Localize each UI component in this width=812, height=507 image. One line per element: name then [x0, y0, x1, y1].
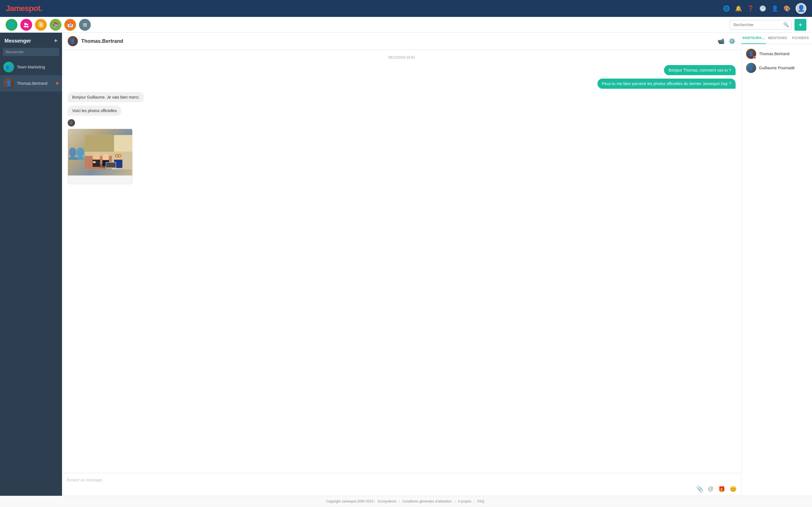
thomas-bertrand-avatar-sidebar: 👤 — [3, 78, 14, 89]
chat-header-actions: 📹 ⚙️ — [718, 38, 735, 45]
gift-icon[interactable]: 🎁 — [718, 486, 725, 492]
svg-rect-16 — [93, 160, 100, 167]
right-panel-content: 👤 Thomas.Bertrand 👤 Guillaume Poumadé — [742, 44, 812, 77]
toolbar-apps-icon[interactable]: ⊞ — [79, 19, 91, 31]
emoji-icon[interactable]: 😊 — [730, 486, 737, 492]
sidebar-item-name-thomas-bertrand: Thomas.Bertrand — [17, 81, 53, 86]
team-marketing-avatar: 👥 — [3, 62, 14, 72]
participant-avatar-thomas: 👤 — [746, 49, 756, 59]
participant-name-guillaume: Guillaume Poumadé — [759, 66, 795, 70]
search-input[interactable] — [730, 20, 792, 30]
message-timestamp: 05/12/2018 10:53 — [68, 55, 735, 59]
user-icon[interactable]: 👤 — [771, 5, 778, 12]
toolbar-calendar-icon[interactable]: 📅 — [64, 19, 76, 31]
message-photo: 👤 — [68, 119, 735, 184]
right-panel: PARTICIPA... MENTIONS FICHIERS 👤 Thomas.… — [742, 33, 812, 496]
photo-sender-row: 👤 — [68, 119, 75, 126]
participant-name-thomas: Thomas.Bertrand — [759, 52, 790, 56]
chat-header: 👤 Thomas.Bertrand 📹 ⚙️ — [62, 33, 741, 50]
sidebar-item-team-marketing[interactable]: 👥 Team Marketing — [0, 59, 62, 75]
logo-dot: . — [40, 4, 42, 13]
settings-icon[interactable]: ⚙️ — [728, 38, 735, 45]
user-avatar[interactable]: 👤 — [796, 3, 806, 14]
main-layout: Messenger + 👥 Team Marketing 👤 Thomas.Be… — [0, 33, 812, 496]
add-button[interactable]: + — [795, 19, 806, 31]
toolbar-library-icon[interactable]: 📚 — [50, 19, 61, 31]
bell-icon[interactable]: 🔔 — [735, 5, 742, 12]
svg-rect-25 — [106, 163, 116, 168]
chat-tools: 📎 @ 🎁 😊 — [66, 486, 737, 492]
palette-icon[interactable]: 🎨 — [783, 5, 791, 12]
sidebar-search-input[interactable] — [3, 48, 59, 56]
toolbar: 🌐 📚 📅 ⊞ 🔍 + — [0, 17, 812, 33]
footer-link-ecosystem[interactable]: Ecosystème — [378, 499, 396, 503]
footer-link-about[interactable]: A propos — [458, 499, 471, 503]
unread-indicator — [56, 82, 59, 85]
video-call-icon[interactable]: 📹 — [718, 38, 725, 45]
message-bubble-4: Voici les photos officielles — [68, 106, 121, 116]
globe-icon[interactable]: 🌐 — [723, 5, 730, 12]
search-box: 🔍 — [730, 20, 792, 30]
message-bubble-1: Bonjour Thomas, comment vas-tu ? — [664, 65, 735, 75]
clock-icon[interactable]: 🕐 — [759, 5, 766, 12]
photo-caption — [68, 175, 132, 184]
photo-message-container[interactable] — [68, 129, 133, 184]
footer-link-faq[interactable]: FAQ — [477, 499, 484, 503]
svg-point-3 — [27, 26, 29, 27]
chat-input-area: 📎 @ 🎁 😊 — [62, 473, 741, 496]
participant-guillaume-poumade: 👤 Guillaume Poumadé — [746, 63, 808, 73]
sidebar-item-name-team-marketing: Team Marketing — [17, 65, 59, 69]
message-bubble-3: Bonjour Guillaume. Je vais bien merci. — [68, 92, 144, 102]
svg-point-0 — [24, 23, 27, 25]
toolbar-community-icon[interactable] — [20, 19, 32, 31]
message-4: Voici les photos officielles — [68, 106, 735, 116]
chat-header-avatar: 👤 — [68, 36, 78, 46]
nav-icons: 🌐 🔔 ❓ 🕐 👤 🎨 👤 — [723, 3, 806, 14]
svg-rect-8 — [40, 24, 43, 27]
svg-point-2 — [24, 25, 27, 27]
footer-link-cgu[interactable]: Conditions générales d'utilisation — [402, 499, 452, 503]
sidebar-title: Messenger — [4, 38, 31, 44]
mention-icon[interactable]: @ — [708, 486, 714, 492]
svg-rect-12 — [114, 135, 133, 152]
top-nav: Jamespot. 🌐 🔔 ❓ 🕐 👤 🎨 👤 — [0, 0, 812, 17]
participant-avatar-guillaume: 👤 — [746, 63, 756, 73]
logo[interactable]: Jamespot. — [6, 4, 42, 13]
sidebar-header: Messenger + — [0, 33, 62, 48]
footer-copyright: Copyright Jamespot 2005-2019 — [326, 499, 373, 503]
svg-point-1 — [27, 24, 28, 25]
sidebar-item-thomas-bertrand[interactable]: 👤 Thomas.Bertrand — [0, 75, 62, 92]
help-icon[interactable]: ❓ — [747, 5, 754, 12]
participant-thomas-bertrand: 👤 Thomas.Bertrand — [746, 49, 808, 59]
toolbar-network-icon[interactable]: 🌐 — [6, 19, 17, 31]
tab-mentions[interactable]: MENTIONS — [766, 33, 789, 44]
message-3: Bonjour Guillaume. Je vais bien merci. — [68, 92, 735, 102]
message-bubble-2: Peux-tu me faire parvenir les photos off… — [598, 78, 735, 89]
svg-point-26 — [93, 161, 96, 163]
message-input[interactable] — [66, 476, 737, 483]
search-icon: 🔍 — [783, 22, 789, 27]
tab-participants[interactable]: PARTICIPA... — [742, 33, 766, 44]
tab-files[interactable]: FICHIERS — [789, 33, 812, 44]
sidebar-search-area — [0, 48, 62, 59]
sidebar: Messenger + 👥 Team Marketing 👤 Thomas.Be… — [0, 33, 62, 496]
chat-header-name: Thomas.Bertrand — [81, 38, 714, 44]
photo-image — [68, 129, 133, 175]
logo-text: Jamespot — [6, 4, 40, 13]
toolbar-search-area: 🔍 + — [730, 19, 806, 31]
message-2: Peux-tu me faire parvenir les photos off… — [68, 78, 735, 89]
photo-sender-avatar: 👤 — [68, 119, 75, 126]
chat-area: 👤 Thomas.Bertrand 📹 ⚙️ 05/12/2018 10:53 … — [62, 33, 742, 496]
attachment-icon[interactable]: 📎 — [696, 486, 703, 492]
toolbar-documents-icon[interactable] — [35, 19, 47, 31]
right-panel-tabs: PARTICIPA... MENTIONS FICHIERS — [742, 33, 812, 44]
footer: Copyright Jamespot 2005-2019 | Ecosystèm… — [0, 496, 812, 507]
sidebar-add-button[interactable]: + — [54, 37, 57, 45]
online-indicator-thomas — [753, 56, 756, 59]
chat-messages: 05/12/2018 10:53 Bonjour Thomas, comment… — [62, 50, 741, 473]
message-1: Bonjour Thomas, comment vas-tu ? — [68, 65, 735, 75]
